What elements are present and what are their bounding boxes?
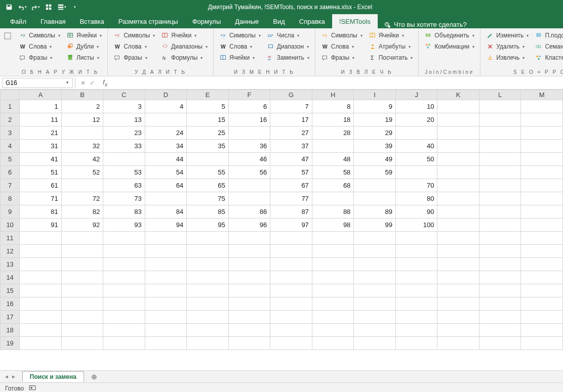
cell-K1[interactable] [437, 100, 479, 113]
cell-G17[interactable] [270, 311, 312, 324]
cell-M5[interactable] [521, 153, 563, 166]
cell-L8[interactable] [479, 192, 521, 205]
cell-G4[interactable]: 37 [270, 140, 312, 153]
cell-H17[interactable] [312, 311, 354, 324]
cell-M12[interactable] [521, 245, 563, 258]
cell-F19[interactable] [228, 337, 270, 350]
cell-D1[interactable]: 4 [145, 100, 187, 113]
cell-I5[interactable]: 49 [354, 153, 396, 166]
cell-L4[interactable] [479, 140, 521, 153]
name-box[interactable]: G16 ▼ [2, 78, 73, 88]
cell-B13[interactable] [61, 258, 103, 271]
cell-F9[interactable]: 86 [228, 205, 270, 219]
ribbon-btn-символы[interactable]: *?Символы▾ [217, 30, 263, 41]
cell-B16[interactable] [61, 297, 103, 311]
cell-F1[interactable]: 6 [228, 100, 270, 113]
cell-C8[interactable]: 73 [103, 192, 145, 205]
cell-K10[interactable] [437, 219, 479, 232]
cell-L12[interactable] [479, 245, 521, 258]
cell-A1[interactable]: 1 [20, 100, 62, 113]
cell-C10[interactable]: 93 [103, 219, 145, 232]
row-header-3[interactable]: 3 [1, 126, 20, 140]
ribbon-btn-ячейки[interactable]: Ячейки▾ [158, 30, 210, 41]
cell-B6[interactable]: 52 [61, 166, 103, 179]
cell-H11[interactable] [312, 232, 354, 245]
sheet-tab-active[interactable]: Поиск и замена [22, 371, 84, 382]
cell-K2[interactable] [437, 113, 479, 126]
tab-!semtools[interactable]: !SEMTools [332, 14, 378, 28]
ribbon-btn-фразы[interactable]: Фразы▾ [318, 52, 365, 63]
cell-G2[interactable]: 17 [270, 113, 312, 126]
ribbon-btn-слова[interactable]: WСлова▾ [318, 41, 365, 52]
cell-H2[interactable]: 18 [312, 113, 354, 126]
cell-K9[interactable] [437, 205, 479, 219]
tab-формулы[interactable]: Формулы [185, 14, 228, 28]
row-header-4[interactable]: 4 [1, 140, 20, 153]
cell-K5[interactable] [437, 153, 479, 166]
cell-G1[interactable]: 7 [270, 100, 312, 113]
cell-C3[interactable]: 23 [103, 126, 145, 140]
cell-L16[interactable] [479, 297, 521, 311]
cell-J18[interactable] [395, 324, 437, 337]
cell-C16[interactable] [103, 297, 145, 311]
cell-I10[interactable]: 99 [354, 219, 396, 232]
cell-E4[interactable]: 35 [187, 140, 229, 153]
formula-input[interactable] [110, 78, 563, 88]
ribbon-btn-формулы[interactable]: fxФормулы▾ [158, 52, 210, 63]
cell-H19[interactable] [312, 337, 354, 350]
cell-L19[interactable] [479, 337, 521, 350]
sheet-next-icon[interactable]: ► [11, 374, 16, 379]
row-header-7[interactable]: 7 [1, 179, 20, 192]
ribbon-btn-ячейки[interactable]: Ячейки▾ [64, 30, 104, 41]
col-header-K[interactable]: K [437, 90, 479, 100]
cell-K8[interactable] [437, 192, 479, 205]
cell-D8[interactable] [145, 192, 187, 205]
cell-K3[interactable] [437, 126, 479, 140]
cell-A5[interactable]: 41 [20, 153, 62, 166]
cell-J12[interactable] [395, 245, 437, 258]
cell-D19[interactable] [145, 337, 187, 350]
cell-D18[interactable] [145, 324, 187, 337]
cell-J9[interactable]: 90 [395, 205, 437, 219]
cell-M11[interactable] [521, 232, 563, 245]
cell-F16[interactable] [228, 297, 270, 311]
fx-icon[interactable]: fx [100, 78, 110, 88]
col-header-E[interactable]: E [187, 90, 229, 100]
ribbon-btn-символы[interactable]: *?Символы▾ [111, 30, 157, 41]
cell-A7[interactable]: 61 [20, 179, 62, 192]
select-all-corner[interactable] [1, 90, 20, 100]
cell-E7[interactable]: 65 [187, 179, 229, 192]
cell-L10[interactable] [479, 219, 521, 232]
cell-E16[interactable] [187, 297, 229, 311]
cell-F15[interactable] [228, 284, 270, 297]
cell-A16[interactable] [20, 297, 62, 311]
cell-G16[interactable] [270, 297, 312, 311]
cell-E17[interactable] [187, 311, 229, 324]
cell-B19[interactable] [61, 337, 103, 350]
cell-I14[interactable] [354, 271, 396, 284]
cell-J8[interactable]: 80 [395, 192, 437, 205]
row-header-12[interactable]: 12 [1, 245, 20, 258]
select-all-checkbox[interactable] [2, 28, 13, 76]
cell-G15[interactable] [270, 284, 312, 297]
cell-K14[interactable] [437, 271, 479, 284]
cell-I11[interactable] [354, 232, 396, 245]
cell-G14[interactable] [270, 271, 312, 284]
cell-M6[interactable] [521, 166, 563, 179]
row-header-1[interactable]: 1 [1, 100, 20, 113]
cell-E15[interactable] [187, 284, 229, 297]
cell-E8[interactable]: 75 [187, 192, 229, 205]
row-header-2[interactable]: 2 [1, 113, 20, 126]
cell-I19[interactable] [354, 337, 396, 350]
cell-M4[interactable] [521, 140, 563, 153]
cell-J5[interactable]: 50 [395, 153, 437, 166]
spreadsheet-grid[interactable]: ABCDEFGHIJKLM112345678910211121315161718… [0, 90, 563, 370]
cell-C5[interactable] [103, 153, 145, 166]
cell-G13[interactable] [270, 258, 312, 271]
cell-J4[interactable]: 40 [395, 140, 437, 153]
cell-B8[interactable]: 72 [61, 192, 103, 205]
tab-файл[interactable]: Файл [3, 14, 33, 28]
cell-E13[interactable] [187, 258, 229, 271]
cell-K16[interactable] [437, 297, 479, 311]
cell-M8[interactable] [521, 192, 563, 205]
